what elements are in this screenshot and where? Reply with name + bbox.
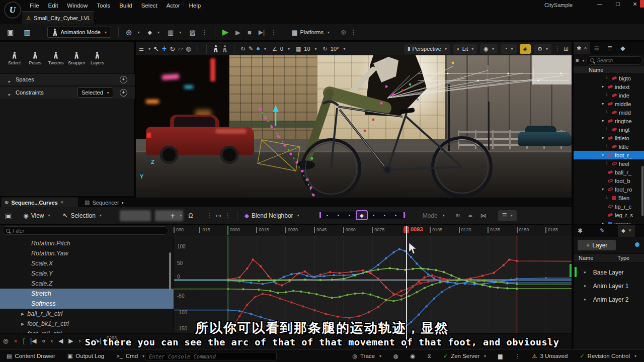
- viewport-kebab-icon[interactable]: ⋮: [554, 46, 560, 52]
- outliner-row-legrs[interactable]: leg_r_s: [574, 211, 644, 219]
- statusbar-stats-kebab-icon[interactable]: ⋮: [510, 350, 525, 362]
- expand-arrow-icon[interactable]: ▾: [602, 136, 608, 140]
- tools-kebab-a-icon[interactable]: ⋮: [207, 213, 213, 219]
- expand-arrow-icon[interactable]: ▾: [602, 187, 608, 192]
- statusbar-stats-icon[interactable]: ▆: [494, 350, 507, 362]
- play-options-kebab-icon[interactable]: ⋮: [271, 29, 277, 35]
- outliner-row-ballr[interactable]: ball_r_: [574, 168, 644, 176]
- tools-kebab-b-icon[interactable]: ⋮: [225, 213, 231, 219]
- outliner-row-middle[interactable]: ▾middle: [574, 100, 644, 108]
- game-view-toggle[interactable]: ◈: [520, 44, 531, 54]
- pivot-anchor-icon[interactable]: Ω: [189, 213, 193, 219]
- outliner-filter-icon[interactable]: ≡: [576, 58, 579, 63]
- layer-row-base-layer[interactable]: ●Base Layer: [574, 265, 644, 279]
- curve-row-ScaleZ[interactable]: Scale.Z: [0, 279, 174, 289]
- menu-window[interactable]: Window: [62, 0, 92, 11]
- outliner-row-heel[interactable]: └heel: [574, 159, 644, 168]
- layer-row-anim-layer-2[interactable]: ●Anim Layer 2: [574, 293, 644, 306]
- skip-icon[interactable]: ▶: [235, 29, 240, 36]
- tangent-auto-icon[interactable]: ≋: [455, 213, 460, 219]
- outliner-row-midd[interactable]: └midd: [574, 108, 644, 117]
- statusbar-content-drawer-button[interactable]: ▤Content Drawer: [2, 350, 60, 362]
- spaces-add-icon[interactable]: +: [120, 76, 127, 83]
- details-tab-icon[interactable]: ☰: [590, 42, 603, 54]
- select-tool-icon[interactable]: ↖: [153, 46, 159, 52]
- anim-tool-select[interactable]: Select: [4, 52, 25, 65]
- maximize-button[interactable]: ▢: [612, 2, 624, 7]
- tab-sequencer-curves[interactable]: ≋ Sequenc...Curves ✕: [2, 198, 78, 207]
- statusbar-insights-a-icon[interactable]: ◍: [389, 350, 403, 362]
- anim-rotate-icon[interactable]: ↻: [240, 46, 246, 52]
- expand-arrow-icon[interactable]: ▾: [602, 119, 608, 123]
- performance-dropdown[interactable]: ◔▾: [501, 44, 517, 54]
- bookmark-tab-icon[interactable]: ◆: [616, 42, 629, 54]
- landscape-icon[interactable]: ▨: [189, 29, 195, 36]
- tab-sequencer[interactable]: ▥ Sequencer •: [80, 198, 127, 207]
- outliner-row-footb[interactable]: foot_b: [574, 176, 644, 185]
- menu-tools[interactable]: Tools: [92, 0, 115, 11]
- settings-kebab-icon[interactable]: ⋮: [351, 29, 357, 35]
- grid-snap-icon[interactable]: ▦: [296, 46, 301, 52]
- outliner-row-footr[interactable]: ▾foot_r_: [574, 151, 644, 159]
- anim-tool-layers[interactable]: Layers: [87, 52, 108, 65]
- tangent-broken-icon[interactable]: ⋈: [480, 213, 487, 219]
- blend-slider[interactable]: ◆: [319, 212, 405, 219]
- outliner-row-ringtoe[interactable]: ▾ringtoe: [574, 117, 644, 125]
- scale-tool-icon[interactable]: ▱: [178, 46, 183, 52]
- show-flags-dropdown[interactable]: ◉▾: [480, 44, 498, 54]
- constraints-expand-arrow[interactable]: ▾: [7, 89, 12, 96]
- curve-row-ScaleY[interactable]: Scale.Y: [0, 268, 174, 279]
- outliner-row-inde[interactable]: └inde: [574, 91, 644, 100]
- editor-settings-icon[interactable]: ⚙: [341, 29, 347, 36]
- expand-arrow-icon[interactable]: ▾: [602, 102, 608, 106]
- layers-pen-tab-icon[interactable]: ✎: [596, 225, 609, 237]
- curve-row-Stretch[interactable]: Stretch: [0, 289, 174, 299]
- add-actor-icon[interactable]: ⊕: [126, 29, 132, 36]
- stop-icon[interactable]: ■: [248, 29, 252, 36]
- viewport-options-icon[interactable]: ☰: [139, 46, 144, 52]
- lit-dropdown[interactable]: ◐ Lit▾: [453, 44, 477, 54]
- toolbar-kebab-icon[interactable]: ⋮: [202, 29, 208, 35]
- add-layer-button[interactable]: + Layer: [578, 240, 616, 250]
- constraints-section[interactable]: ▾ Constraints Selected ▾ +: [0, 86, 135, 99]
- statusbar-zen-server-button[interactable]: ✓Zen Server▾: [439, 350, 491, 362]
- expand-arrow-icon[interactable]: ▾: [602, 153, 608, 157]
- blend-neighbor-dropdown[interactable]: ◆ Blend Neighbor▾: [245, 212, 299, 219]
- statusbar-cmd-button[interactable]: >_Cmd▾: [112, 350, 149, 362]
- constraints-filter-dropdown[interactable]: Selected ▾: [77, 87, 113, 98]
- pose-tool-b-icon[interactable]: [222, 45, 228, 52]
- viewport-settings-dropdown[interactable]: ⚙▾: [534, 44, 551, 54]
- anim-layers-close-icon[interactable]: ✕: [628, 229, 632, 233]
- statusbar-revision-control-button[interactable]: ✓Revision Control▾: [575, 350, 641, 362]
- perspective-dropdown[interactable]: ▮ Perspective▾: [404, 44, 450, 54]
- console-input[interactable]: [149, 353, 273, 359]
- spaces-expand-arrow[interactable]: ▾: [7, 76, 12, 82]
- anim-tool-poses[interactable]: Poses: [25, 52, 45, 65]
- outliner-row-footro[interactable]: ▾foot_ro: [574, 185, 644, 194]
- curve-row-RotationYaw[interactable]: Rotation.Yaw: [0, 248, 174, 258]
- menu-help[interactable]: Help: [185, 0, 206, 11]
- layers-tab-icon[interactable]: ≣: [603, 42, 616, 54]
- curve-group-arrow-icon[interactable]: ▶: [21, 312, 24, 316]
- advance-icon[interactable]: ▶|: [259, 29, 265, 35]
- quad-view-icon[interactable]: ⊞: [564, 46, 569, 52]
- outliner-row-little[interactable]: └little: [574, 142, 644, 151]
- curve-draw-icon[interactable]: ✎: [249, 46, 254, 52]
- play-icon[interactable]: ▶: [222, 28, 228, 36]
- outliner-row-bigto[interactable]: └bigto: [574, 74, 644, 82]
- outliner-scrollbar[interactable]: [641, 166, 643, 216]
- cinematics-icon[interactable]: ▥: [168, 29, 174, 36]
- outliner-row-tiprc[interactable]: tip_r_c: [574, 202, 644, 211]
- statusbar-unsaved-button[interactable]: ⚠3 Unsaved: [528, 350, 573, 362]
- minimize-button[interactable]: —: [594, 2, 606, 7]
- menu-actor[interactable]: Actor: [162, 0, 185, 11]
- curve-row-Softness[interactable]: Softness: [0, 299, 174, 309]
- layers-tools-tab-icon[interactable]: ✱: [574, 225, 587, 237]
- constraints-add-icon[interactable]: +: [120, 89, 127, 97]
- menu-build[interactable]: Build: [115, 0, 137, 11]
- blend-slider-handle[interactable]: ◆: [356, 210, 368, 220]
- platforms-dropdown[interactable]: ▦ Platforms ▾: [291, 29, 330, 36]
- outliner-row-indext[interactable]: ▾indext: [574, 82, 644, 91]
- selection-dropdown[interactable]: ↖ Selection▾: [63, 212, 102, 219]
- save-curves-icon[interactable]: ▣: [5, 212, 12, 219]
